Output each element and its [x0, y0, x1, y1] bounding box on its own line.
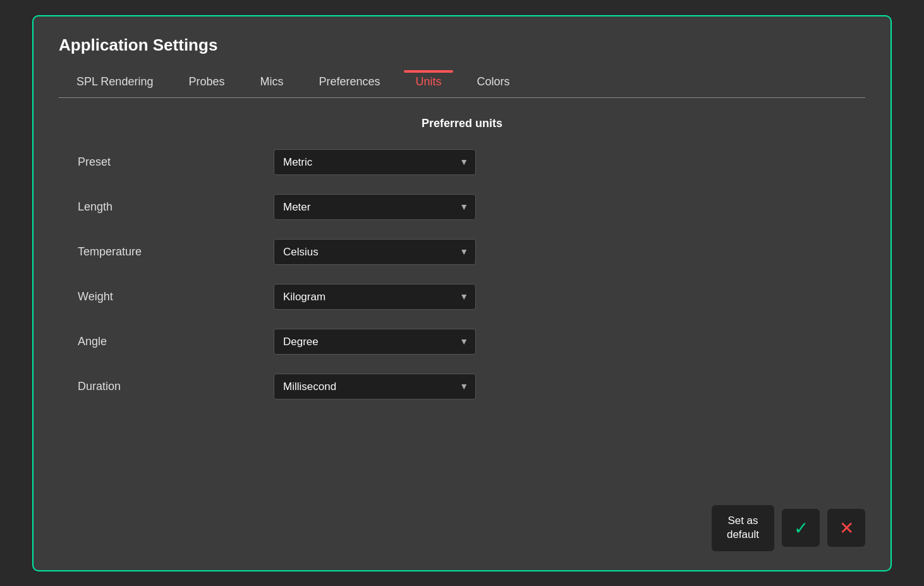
label-duration: Duration — [71, 380, 274, 393]
row-temperature: Temperature Celsius Fahrenheit Kelvin ▼ — [71, 239, 853, 265]
tab-probes[interactable]: Probes — [171, 70, 242, 97]
dialog-title: Application Settings — [59, 35, 865, 55]
select-temperature[interactable]: Celsius Fahrenheit Kelvin — [274, 239, 476, 265]
label-length: Length — [71, 200, 274, 214]
row-preset: Preset Metric Imperial Custom ▼ — [71, 149, 853, 175]
tab-bar: SPL Rendering Probes Mics Preferences Un… — [59, 70, 865, 97]
row-length: Length Meter Foot Inch Centimeter ▼ — [71, 194, 853, 220]
tab-spl-rendering[interactable]: SPL Rendering — [59, 70, 171, 97]
close-icon: ✕ — [839, 518, 854, 539]
select-preset[interactable]: Metric Imperial Custom — [274, 149, 476, 175]
tab-preferences[interactable]: Preferences — [301, 70, 398, 97]
label-preset: Preset — [71, 156, 274, 169]
select-wrapper-temperature: Celsius Fahrenheit Kelvin ▼ — [274, 239, 476, 265]
set-default-button[interactable]: Set as default — [712, 505, 774, 551]
select-duration[interactable]: Millisecond Second Microsecond — [274, 374, 476, 400]
settings-dialog: Application Settings SPL Rendering Probe… — [32, 15, 892, 571]
select-wrapper-weight: Kilogram Pound Ounce Gram ▼ — [274, 284, 476, 310]
confirm-button[interactable]: ✓ — [782, 509, 820, 547]
label-weight: Weight — [71, 290, 274, 303]
row-weight: Weight Kilogram Pound Ounce Gram ▼ — [71, 284, 853, 310]
tab-units[interactable]: Units — [398, 70, 459, 97]
label-angle: Angle — [71, 335, 274, 348]
section-title: Preferred units — [71, 117, 853, 130]
row-angle: Angle Degree Radian ▼ — [71, 329, 853, 355]
cancel-button[interactable]: ✕ — [827, 509, 865, 547]
row-duration: Duration Millisecond Second Microsecond … — [71, 374, 853, 400]
select-length[interactable]: Meter Foot Inch Centimeter — [274, 194, 476, 220]
tab-divider — [59, 97, 865, 98]
select-angle[interactable]: Degree Radian — [274, 329, 476, 355]
select-wrapper-preset: Metric Imperial Custom ▼ — [274, 149, 476, 175]
form-content: Preferred units Preset Metric Imperial C… — [59, 117, 865, 493]
select-wrapper-duration: Millisecond Second Microsecond ▼ — [274, 374, 476, 400]
select-weight[interactable]: Kilogram Pound Ounce Gram — [274, 284, 476, 310]
checkmark-icon: ✓ — [794, 518, 808, 539]
footer: Set as default ✓ ✕ — [59, 492, 865, 551]
select-wrapper-length: Meter Foot Inch Centimeter ▼ — [274, 194, 476, 220]
tab-colors[interactable]: Colors — [459, 70, 528, 97]
label-temperature: Temperature — [71, 245, 274, 259]
tab-mics[interactable]: Mics — [242, 70, 301, 97]
select-wrapper-angle: Degree Radian ▼ — [274, 329, 476, 355]
